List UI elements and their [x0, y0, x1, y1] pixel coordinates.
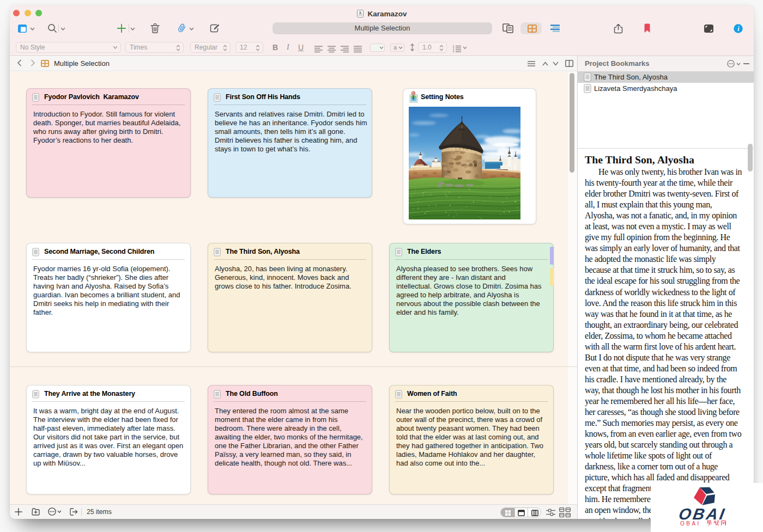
svg-text:S: S — [360, 10, 362, 15]
svg-text:OBAI: OBAI — [680, 521, 701, 527]
